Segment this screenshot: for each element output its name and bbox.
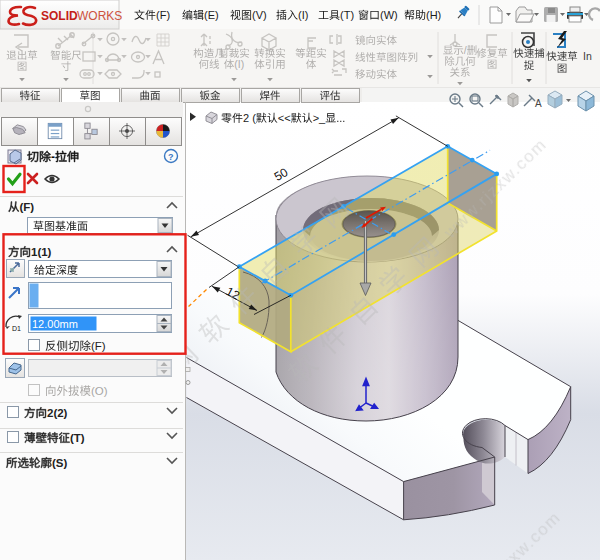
- svg-text:-: -: [51, 150, 55, 164]
- svg-text:(F): (F): [20, 201, 35, 213]
- svg-text:(S): (S): [52, 457, 68, 469]
- svg-text:2(2): 2(2): [47, 407, 68, 419]
- svg-text:(H): (H): [426, 9, 441, 21]
- svg-text:1(1): 1(1): [31, 246, 52, 258]
- svg-text:(I): (I): [298, 9, 308, 21]
- svg-text:A: A: [535, 98, 542, 109]
- svg-text:...: ...: [336, 112, 345, 124]
- svg-text:(W): (W): [380, 9, 398, 21]
- svg-text:2 (: 2 (: [243, 112, 256, 124]
- svg-text:(T): (T): [340, 9, 354, 21]
- svg-text:(I): (I): [234, 58, 244, 70]
- svg-text:(F): (F): [91, 340, 106, 352]
- svg-text:(F): (F): [156, 9, 170, 21]
- svg-text:(V): (V): [252, 9, 267, 21]
- svg-text:?: ?: [168, 152, 174, 162]
- svg-text:(T): (T): [70, 432, 85, 444]
- svg-text:(O): (O): [91, 385, 108, 397]
- svg-text:>_: >_: [313, 112, 326, 124]
- svg-text:12.00mm: 12.00mm: [32, 318, 78, 330]
- svg-text:SOLID: SOLID: [41, 9, 78, 23]
- svg-text:WORKS: WORKS: [77, 9, 122, 23]
- svg-text:D1: D1: [12, 325, 21, 332]
- svg-text:/: /: [464, 44, 467, 56]
- svg-text:<<: <<: [278, 112, 291, 124]
- svg-text:In: In: [583, 50, 592, 62]
- svg-text:(E): (E): [204, 9, 219, 21]
